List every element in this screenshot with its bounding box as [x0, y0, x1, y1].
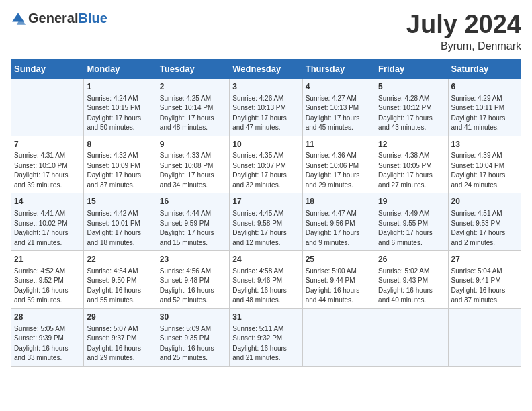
day-number: 4	[306, 81, 372, 93]
day-info: Sunrise: 4:35 AM Sunset: 10:07 PM Daylig…	[232, 151, 299, 190]
calendar-cell: 5Sunrise: 4:28 AM Sunset: 10:12 PM Dayli…	[375, 78, 448, 136]
day-number: 14	[14, 196, 81, 208]
calendar-cell: 23Sunrise: 4:56 AM Sunset: 9:48 PM Dayli…	[157, 251, 229, 309]
day-info: Sunrise: 4:27 AM Sunset: 10:13 PM Daylig…	[306, 94, 372, 133]
day-number: 19	[378, 196, 445, 208]
logo-icon	[11, 11, 26, 26]
day-info: Sunrise: 5:04 AM Sunset: 9:41 PM Dayligh…	[451, 267, 518, 306]
day-info: Sunrise: 4:56 AM Sunset: 9:48 PM Dayligh…	[160, 267, 226, 306]
day-info: Sunrise: 5:11 AM Sunset: 9:32 PM Dayligh…	[232, 324, 299, 363]
day-number: 7	[14, 139, 81, 150]
day-info: Sunrise: 4:54 AM Sunset: 9:50 PM Dayligh…	[87, 267, 153, 306]
day-number: 20	[451, 196, 518, 208]
day-info: Sunrise: 5:05 AM Sunset: 9:39 PM Dayligh…	[14, 324, 81, 363]
calendar-cell: 12Sunrise: 4:38 AM Sunset: 10:05 PM Dayl…	[375, 136, 448, 193]
calendar-cell	[302, 308, 375, 366]
day-info: Sunrise: 5:02 AM Sunset: 9:43 PM Dayligh…	[378, 267, 445, 306]
day-number: 15	[87, 196, 153, 208]
day-of-week-header: Sunday	[11, 59, 84, 78]
day-info: Sunrise: 4:44 AM Sunset: 9:59 PM Dayligh…	[160, 209, 226, 248]
day-number: 30	[160, 312, 226, 323]
day-number: 21	[14, 254, 81, 265]
logo-text: GeneralBlue	[28, 11, 107, 26]
day-number: 9	[160, 139, 226, 150]
day-of-week-header: Thursday	[302, 59, 375, 78]
calendar-body: 1Sunrise: 4:24 AM Sunset: 10:15 PM Dayli…	[11, 78, 521, 366]
calendar-cell: 26Sunrise: 5:02 AM Sunset: 9:43 PM Dayli…	[375, 251, 448, 309]
day-info: Sunrise: 5:00 AM Sunset: 9:44 PM Dayligh…	[306, 267, 372, 306]
day-info: Sunrise: 4:41 AM Sunset: 10:02 PM Daylig…	[14, 209, 81, 248]
calendar-cell: 16Sunrise: 4:44 AM Sunset: 9:59 PM Dayli…	[157, 193, 229, 251]
calendar-cell: 11Sunrise: 4:36 AM Sunset: 10:06 PM Dayl…	[302, 136, 375, 193]
day-info: Sunrise: 4:38 AM Sunset: 10:05 PM Daylig…	[378, 151, 445, 190]
day-info: Sunrise: 5:09 AM Sunset: 9:35 PM Dayligh…	[160, 324, 226, 363]
day-number: 17	[232, 196, 299, 208]
day-number: 27	[451, 254, 518, 265]
day-info: Sunrise: 4:25 AM Sunset: 10:14 PM Daylig…	[160, 94, 226, 133]
day-number: 23	[160, 254, 226, 265]
day-info: Sunrise: 4:32 AM Sunset: 10:09 PM Daylig…	[87, 151, 153, 190]
day-number: 11	[306, 139, 372, 150]
day-info: Sunrise: 4:33 AM Sunset: 10:08 PM Daylig…	[160, 151, 226, 190]
day-of-week-header: Saturday	[448, 59, 521, 78]
day-number: 6	[451, 81, 518, 93]
day-info: Sunrise: 4:42 AM Sunset: 10:01 PM Daylig…	[87, 209, 153, 248]
day-number: 28	[14, 312, 81, 323]
calendar-cell: 29Sunrise: 5:07 AM Sunset: 9:37 PM Dayli…	[84, 308, 157, 366]
day-info: Sunrise: 4:36 AM Sunset: 10:06 PM Daylig…	[306, 151, 372, 190]
day-number: 25	[306, 254, 372, 265]
calendar-cell: 6Sunrise: 4:29 AM Sunset: 10:11 PM Dayli…	[448, 78, 521, 136]
calendar-cell: 1Sunrise: 4:24 AM Sunset: 10:15 PM Dayli…	[84, 78, 157, 136]
day-number: 26	[378, 254, 445, 265]
calendar-header-row: SundayMondayTuesdayWednesdayThursdayFrid…	[11, 59, 521, 78]
calendar-cell: 20Sunrise: 4:51 AM Sunset: 9:53 PM Dayli…	[448, 193, 521, 251]
calendar-cell: 3Sunrise: 4:26 AM Sunset: 10:13 PM Dayli…	[230, 78, 302, 136]
calendar-week-row: 14Sunrise: 4:41 AM Sunset: 10:02 PM Dayl…	[11, 193, 521, 251]
calendar-cell: 13Sunrise: 4:39 AM Sunset: 10:04 PM Dayl…	[448, 136, 521, 193]
month-title: July 2024	[406, 11, 521, 39]
calendar-cell: 25Sunrise: 5:00 AM Sunset: 9:44 PM Dayli…	[302, 251, 375, 309]
calendar-week-row: 28Sunrise: 5:05 AM Sunset: 9:39 PM Dayli…	[11, 308, 521, 366]
day-of-week-header: Friday	[375, 59, 448, 78]
day-info: Sunrise: 4:47 AM Sunset: 9:56 PM Dayligh…	[306, 209, 372, 248]
calendar-cell: 8Sunrise: 4:32 AM Sunset: 10:09 PM Dayli…	[84, 136, 157, 193]
calendar-cell: 19Sunrise: 4:49 AM Sunset: 9:55 PM Dayli…	[375, 193, 448, 251]
day-number: 22	[87, 254, 153, 265]
calendar-cell: 17Sunrise: 4:45 AM Sunset: 9:58 PM Dayli…	[230, 193, 302, 251]
day-number: 29	[87, 312, 153, 323]
day-info: Sunrise: 4:51 AM Sunset: 9:53 PM Dayligh…	[451, 209, 518, 248]
day-info: Sunrise: 4:29 AM Sunset: 10:11 PM Daylig…	[451, 94, 518, 133]
day-number: 31	[232, 312, 299, 323]
day-number: 8	[87, 139, 153, 150]
calendar-table: SundayMondayTuesdayWednesdayThursdayFrid…	[11, 59, 521, 367]
day-of-week-header: Monday	[84, 59, 157, 78]
calendar-cell: 14Sunrise: 4:41 AM Sunset: 10:02 PM Dayl…	[11, 193, 84, 251]
day-number: 5	[378, 81, 445, 93]
calendar-week-row: 1Sunrise: 4:24 AM Sunset: 10:15 PM Dayli…	[11, 78, 521, 136]
calendar-cell: 30Sunrise: 5:09 AM Sunset: 9:35 PM Dayli…	[157, 308, 229, 366]
day-of-week-header: Wednesday	[230, 59, 302, 78]
calendar-cell: 28Sunrise: 5:05 AM Sunset: 9:39 PM Dayli…	[11, 308, 84, 366]
day-number: 12	[378, 139, 445, 150]
day-info: Sunrise: 4:31 AM Sunset: 10:10 PM Daylig…	[14, 151, 81, 190]
day-number: 24	[232, 254, 299, 265]
day-info: Sunrise: 4:49 AM Sunset: 9:55 PM Dayligh…	[378, 209, 445, 248]
calendar-cell	[375, 308, 448, 366]
calendar-week-row: 21Sunrise: 4:52 AM Sunset: 9:52 PM Dayli…	[11, 251, 521, 309]
day-info: Sunrise: 5:07 AM Sunset: 9:37 PM Dayligh…	[87, 324, 153, 363]
calendar-cell: 24Sunrise: 4:58 AM Sunset: 9:46 PM Dayli…	[230, 251, 302, 309]
day-info: Sunrise: 4:45 AM Sunset: 9:58 PM Dayligh…	[232, 209, 299, 248]
calendar-cell: 9Sunrise: 4:33 AM Sunset: 10:08 PM Dayli…	[157, 136, 229, 193]
day-info: Sunrise: 4:26 AM Sunset: 10:13 PM Daylig…	[232, 94, 299, 133]
logo: GeneralBlue	[11, 11, 107, 26]
day-info: Sunrise: 4:58 AM Sunset: 9:46 PM Dayligh…	[232, 267, 299, 306]
calendar-cell	[448, 308, 521, 366]
calendar-cell: 10Sunrise: 4:35 AM Sunset: 10:07 PM Dayl…	[230, 136, 302, 193]
day-number: 1	[87, 81, 153, 93]
calendar-cell: 18Sunrise: 4:47 AM Sunset: 9:56 PM Dayli…	[302, 193, 375, 251]
calendar-cell	[11, 78, 84, 136]
calendar-cell: 27Sunrise: 5:04 AM Sunset: 9:41 PM Dayli…	[448, 251, 521, 309]
day-info: Sunrise: 4:28 AM Sunset: 10:12 PM Daylig…	[378, 94, 445, 133]
day-number: 16	[160, 196, 226, 208]
day-number: 10	[232, 139, 299, 150]
